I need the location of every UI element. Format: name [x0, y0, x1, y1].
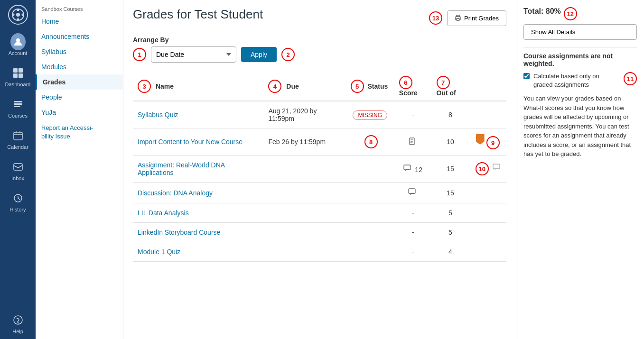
sidebar-item-report[interactable]: Report an Accessi-bility Issue — [36, 120, 123, 145]
calendar-label: Calendar — [7, 144, 28, 150]
assignment-score-value: - — [412, 248, 414, 256]
inbox-icon — [10, 159, 26, 174]
assignment-outof-cell: 15 — [432, 156, 469, 183]
assignment-name-cell: Assignment: Real-World DNA Applications — [133, 156, 263, 183]
assignment-link[interactable]: Assignment: Real-World DNA Applications — [138, 161, 224, 176]
svg-point-6 — [16, 38, 20, 42]
nav-item-courses[interactable]: Courses — [0, 92, 36, 123]
assignment-action-cell — [469, 101, 506, 128]
nav-item-dashboard[interactable]: Dashboard — [0, 61, 36, 92]
account-avatar — [10, 34, 26, 49]
assignment-action-cell — [469, 242, 506, 262]
sidebar-item-announcements[interactable]: Announcements — [36, 29, 123, 44]
assignment-score-cell — [394, 183, 432, 203]
inbox-label: Inbox — [11, 175, 24, 181]
graded-only-label[interactable]: Calculate based only on graded assignmen… — [533, 72, 620, 89]
show-all-details-button[interactable]: Show All Details — [523, 24, 637, 40]
sidebar-item-yuja[interactable]: YuJa — [36, 105, 123, 120]
arrange-row: 1 Due Date Assignment Name Assignment Gr… — [133, 46, 506, 63]
svg-rect-28 — [404, 165, 411, 170]
graded-only-checkbox[interactable] — [523, 73, 530, 79]
right-sidebar: Total: 80% 12 Show All Details Course as… — [516, 0, 644, 339]
arrange-by-label: Arrange By — [133, 36, 506, 44]
nav-item-calendar[interactable]: Calendar — [0, 123, 36, 155]
svg-rect-13 — [14, 106, 20, 107]
table-row: Syllabus Quiz Aug 21, 2020 by 11:59pm MI… — [133, 101, 506, 128]
help-icon — [10, 312, 26, 328]
sidebar-item-modules[interactable]: Modules — [36, 59, 123, 74]
assignment-link[interactable]: Discussion: DNA Analogy — [138, 189, 213, 197]
badge-6: 6 — [399, 76, 412, 89]
nav-item-help[interactable]: Help — [0, 308, 36, 339]
course-nav-breadcrumb: Sandbox Courses — [36, 2, 123, 14]
assignment-outof-cell: 4 — [432, 242, 469, 262]
assignment-score-cell — [394, 128, 432, 156]
grades-table: 3 Name 4 Due 5 Status 6 Score 7 Out of — [133, 72, 506, 262]
checkbox-row: Calculate based only on graded assignmen… — [523, 72, 637, 89]
th-name: 3 Name — [133, 72, 263, 101]
svg-point-3 — [17, 18, 19, 21]
assignment-score-cell: - — [394, 223, 432, 242]
arrange-by-select[interactable]: Due Date Assignment Name Assignment Grou… — [151, 46, 236, 63]
assignment-due-cell — [263, 242, 345, 262]
svg-rect-23 — [457, 18, 459, 20]
sidebar-item-grades[interactable]: Grades — [36, 74, 123, 90]
page-header-row: Grades for Test Student 13 Print Grades — [133, 7, 506, 29]
svg-rect-12 — [14, 103, 22, 105]
nav-item-account[interactable]: Account — [0, 29, 36, 61]
assignment-name-cell: Import Content to Your New Course — [133, 128, 263, 156]
svg-rect-9 — [13, 73, 18, 78]
table-row: Import Content to Your New Course Feb 26… — [133, 128, 506, 156]
assignment-name-cell: Syllabus Quiz — [133, 101, 263, 128]
th-score: 6 Score — [394, 72, 432, 101]
table-row: Assignment: Real-World DNA Applications … — [133, 156, 506, 183]
comment2-icon — [491, 165, 500, 173]
assignment-outof-value: 5 — [448, 209, 452, 217]
th-status: 5 Status — [346, 72, 394, 101]
assignment-link[interactable]: LinkedIn Storyboard Course — [138, 229, 220, 236]
assignment-due-cell — [263, 223, 345, 242]
assignment-due-cell — [263, 156, 345, 183]
printer-icon — [455, 15, 461, 21]
assignment-outof-value: 5 — [448, 229, 452, 236]
assignment-link[interactable]: LIL Data Analysis — [138, 209, 189, 217]
assignment-score-value: 12 — [415, 166, 422, 174]
assignment-outof-value: 10 — [447, 138, 454, 146]
canvas-logo[interactable] — [8, 5, 28, 25]
sidebar-item-home[interactable]: Home — [36, 14, 123, 29]
assignment-score-value: - — [412, 209, 414, 217]
svg-rect-10 — [19, 73, 23, 78]
assignment-outof-value: 4 — [448, 248, 452, 256]
svg-point-5 — [21, 14, 24, 16]
sidebar-info-text: You can view your grades based on What-I… — [523, 94, 637, 159]
assignment-link[interactable]: Import Content to Your New Course — [138, 138, 243, 146]
print-grades-button[interactable]: Print Grades — [447, 10, 506, 26]
badge-2: 2 — [281, 48, 295, 61]
main-content: Grades for Test Student 13 Print Grades … — [123, 0, 516, 339]
assignment-link[interactable]: Module 1 Quiz — [138, 248, 180, 256]
assignment-score-cell: - — [394, 203, 432, 223]
sidebar-item-people[interactable]: People — [36, 90, 123, 105]
assignment-score-value: - — [412, 229, 414, 236]
not-weighted-text: Course assignments are not weighted. — [523, 52, 637, 67]
page-title: Grades for Test Student — [133, 7, 263, 22]
badge-10: 10 — [476, 162, 489, 175]
global-nav: Account Dashboard Courses — [0, 0, 36, 339]
assignment-link[interactable]: Syllabus Quiz — [138, 111, 178, 119]
assignment-score-cell: - — [394, 242, 432, 262]
total-score: Total: 80% — [523, 7, 561, 16]
nav-item-inbox[interactable]: Inbox — [0, 155, 36, 186]
sidebar-item-syllabus[interactable]: Syllabus — [36, 44, 123, 59]
comment-icon — [408, 190, 416, 197]
badge-11: 11 — [624, 72, 637, 85]
assignment-due-cell: Aug 21, 2020 by 11:59pm — [263, 101, 345, 128]
apply-button[interactable]: Apply — [241, 47, 277, 62]
nav-item-history[interactable]: History — [0, 186, 36, 217]
dashboard-label: Dashboard — [5, 82, 31, 87]
comment-icon — [403, 166, 413, 174]
svg-point-2 — [17, 9, 19, 11]
account-label: Account — [9, 50, 28, 56]
svg-rect-14 — [14, 132, 22, 140]
assignment-status-cell — [346, 203, 394, 223]
svg-rect-18 — [14, 164, 22, 170]
